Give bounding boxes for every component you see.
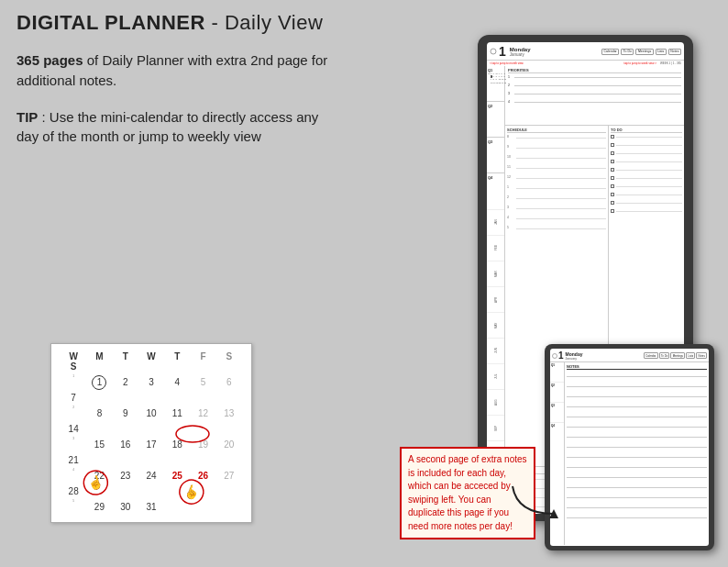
second-tab-calendar[interactable]: Calendar bbox=[644, 352, 658, 359]
priorities-section: PRIORITIES 1 2 3 bbox=[505, 66, 684, 126]
cal-day-24[interactable]: 24 bbox=[138, 468, 164, 484]
tip-bold: TIP bbox=[17, 109, 38, 125]
todo-item-7 bbox=[611, 184, 682, 188]
cal-day-2[interactable]: 2 bbox=[113, 374, 138, 390]
cal-day-13[interactable]: 13 bbox=[216, 406, 242, 421]
cal-day-18[interactable]: 18 bbox=[164, 437, 190, 452]
cal-day-15[interactable]: 15 bbox=[86, 437, 112, 452]
col-w2: W bbox=[138, 351, 164, 361]
cal-day-3[interactable]: 3 bbox=[138, 374, 164, 390]
priority-1: 1 bbox=[508, 75, 681, 79]
left-content-area: 365 pages of Daily Planner with extra 2n… bbox=[17, 50, 328, 147]
col-m: M bbox=[86, 351, 112, 361]
svg-point-6 bbox=[553, 353, 557, 358]
cal-day-8[interactable]: 8 bbox=[86, 406, 112, 421]
second-body: Q1 Q2 Q3 Q4 NOTES bbox=[550, 362, 709, 545]
tip-section: TIP : Use the mini-calendar to directly … bbox=[17, 107, 328, 148]
calendar-row-3: 3 15 16 17 18 19 20 21 bbox=[61, 437, 242, 468]
cal-day-14[interactable]: 14 bbox=[61, 421, 86, 437]
cal-day-4[interactable]: 4 bbox=[164, 374, 190, 390]
q2-label: Q2 bbox=[488, 104, 503, 108]
tab-todo[interactable]: To Do bbox=[621, 49, 634, 55]
second-note-line-13 bbox=[567, 494, 707, 498]
jump-month[interactable]: < tap to jump to month view bbox=[490, 61, 524, 65]
tab-calendar[interactable]: Calendar bbox=[601, 49, 619, 55]
col-f: F bbox=[190, 351, 215, 361]
second-q2: Q2 bbox=[550, 383, 564, 403]
second-note-line-12 bbox=[567, 484, 707, 488]
jump-week: tap to jump to week view > WEEK 1 | 1 - … bbox=[624, 61, 681, 65]
second-tab-lists[interactable]: Lists bbox=[686, 352, 695, 359]
tab-lists[interactable]: Lists bbox=[656, 49, 667, 55]
cal-day-17[interactable]: 17 bbox=[138, 437, 164, 452]
second-note-line-9 bbox=[567, 453, 707, 458]
cal-day-23[interactable]: 23 bbox=[113, 468, 138, 484]
mini-month-jan: WMTWTFS 123456 789101112 131415161718 bbox=[488, 72, 503, 84]
tab-meetings[interactable]: Meetings bbox=[635, 49, 653, 55]
col-s2: S bbox=[61, 361, 86, 372]
priorities-label: PRIORITIES bbox=[508, 68, 681, 73]
second-tab-todo[interactable]: To Do bbox=[659, 352, 670, 359]
second-note-line-11 bbox=[567, 473, 707, 478]
col-t1: T bbox=[113, 351, 138, 361]
q1-section: Q1 WMTWTFS 123456 789101112 131415161718 bbox=[487, 66, 504, 102]
month-feb: FEB bbox=[487, 235, 504, 261]
month-sep: SEP bbox=[487, 415, 504, 440]
svg-point-5 bbox=[491, 49, 496, 54]
cal-day-21[interactable]: 21 bbox=[61, 452, 86, 468]
second-tabs: Calendar To Do Meetings Lists Notes bbox=[644, 352, 707, 359]
hour-11: 11 bbox=[507, 165, 606, 169]
calendar-row-1: 1 1 2 3 4 5 6 7 bbox=[61, 374, 242, 406]
month-may: MAY bbox=[487, 312, 504, 338]
cal-day-20[interactable]: 20 bbox=[216, 437, 242, 452]
mini-calendar-header: W M T W T F S S bbox=[61, 351, 242, 372]
second-month: January bbox=[566, 357, 583, 361]
second-note-line-5 bbox=[567, 413, 707, 417]
second-notes-label: NOTES bbox=[567, 364, 707, 370]
tip-rest: : Use the mini-calendar to directly acce… bbox=[17, 109, 318, 145]
cal-day-19[interactable]: 19 bbox=[190, 437, 215, 452]
cal-day-5[interactable]: 5 bbox=[190, 374, 215, 390]
hour-8: 8 bbox=[507, 135, 606, 139]
cal-day-7[interactable]: 7 bbox=[61, 390, 86, 406]
svg-text:☝: ☝ bbox=[86, 473, 106, 493]
todo-item-5 bbox=[611, 168, 682, 172]
col-s1: S bbox=[216, 351, 242, 361]
month-mar: MAR bbox=[487, 261, 504, 286]
cal-day-31[interactable]: 31 bbox=[138, 499, 164, 515]
hour-2: 2 bbox=[507, 195, 606, 199]
cal-day-9[interactable]: 9 bbox=[113, 406, 138, 421]
cal-day-11[interactable]: 11 bbox=[164, 406, 190, 421]
pages-count: 365 pages bbox=[17, 52, 83, 68]
red-annotation: A second page of extra notes is included… bbox=[400, 447, 535, 539]
cal-day-27[interactable]: 27 bbox=[216, 468, 242, 484]
month-jan: JAN bbox=[487, 209, 504, 235]
todo-item-6 bbox=[611, 176, 682, 180]
col-w: W bbox=[61, 351, 86, 361]
todo-item-2 bbox=[611, 143, 682, 147]
calendar-row-2: 2 8 9 10 11 12 13 14 bbox=[61, 406, 242, 437]
cal-day-16[interactable]: 16 bbox=[113, 437, 138, 452]
mini-calendar[interactable]: W M T W T F S S 1 1 2 3 4 5 6 7 2 8 9 10… bbox=[50, 343, 252, 523]
hour-4: 4 bbox=[507, 216, 606, 219]
second-tab-notes[interactable]: Notes bbox=[696, 352, 707, 359]
second-note-line-3 bbox=[567, 393, 707, 397]
q2-section: Q2 bbox=[487, 102, 504, 138]
tab-notes[interactable]: Notes bbox=[668, 49, 681, 55]
circle-icon bbox=[490, 48, 497, 55]
cal-day-30[interactable]: 30 bbox=[113, 499, 138, 515]
second-right-col: NOTES bbox=[565, 362, 709, 545]
second-day-info: Monday January bbox=[566, 351, 583, 361]
cal-day-6[interactable]: 6 bbox=[216, 374, 242, 390]
main-description: 365 pages of Daily Planner with extra 2n… bbox=[17, 50, 328, 91]
cal-day-12[interactable]: 12 bbox=[190, 406, 215, 421]
second-device-screen: 1 Monday January Calendar To Do Meetings… bbox=[550, 349, 709, 546]
cal-day-1[interactable]: 1 bbox=[86, 374, 112, 390]
planner-month: January bbox=[510, 52, 531, 57]
second-device: 1 Monday January Calendar To Do Meetings… bbox=[545, 344, 714, 550]
month-jul: JUL bbox=[487, 363, 504, 389]
q3-section: Q3 bbox=[487, 138, 504, 173]
todo-label: TO DO bbox=[611, 128, 682, 133]
cal-day-10[interactable]: 10 bbox=[138, 406, 164, 421]
second-tab-meetings[interactable]: Meetings bbox=[670, 352, 685, 359]
